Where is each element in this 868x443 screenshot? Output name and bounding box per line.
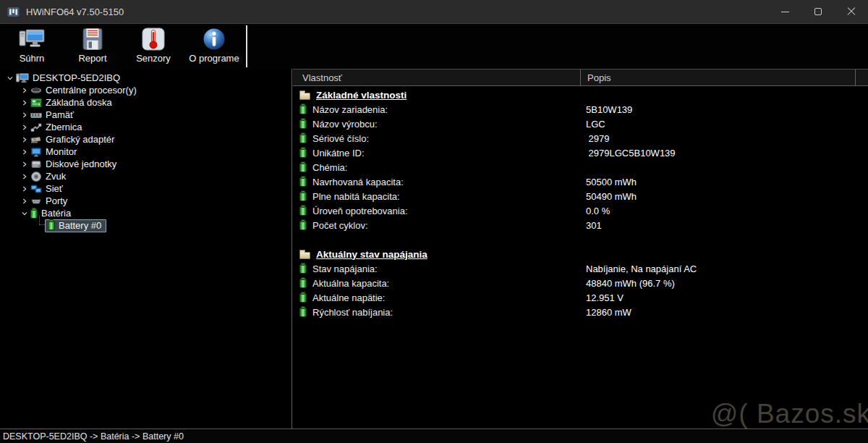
property-value: LGC xyxy=(586,119,605,130)
tree-item-label: Porty xyxy=(46,195,67,206)
battery-icon xyxy=(299,264,307,274)
table-row[interactable]: Aktuálne napätie: 12.951 V xyxy=(293,290,868,305)
tree-item-cpu[interactable]: Centrálne procesor(y) xyxy=(0,84,292,96)
memory-icon xyxy=(30,109,42,121)
table-row[interactable]: Názov zariadenia: 5B10W139 xyxy=(293,102,868,117)
toolbar-separator xyxy=(246,25,247,67)
table-row[interactable]: Sériové číslo: 2979 xyxy=(293,131,868,145)
report-button[interactable]: Report xyxy=(62,24,123,69)
chevron-right-icon[interactable] xyxy=(19,196,30,206)
property-name: Unikátne ID: xyxy=(312,148,365,159)
close-button[interactable] xyxy=(835,0,868,24)
battery-icon xyxy=(30,208,38,219)
folder-icon xyxy=(299,93,310,100)
spacer-row xyxy=(293,232,868,247)
tree-item-gpu[interactable]: Grafický adaptér xyxy=(0,133,292,145)
tree-item-battery-0[interactable]: Battery #0 xyxy=(0,219,292,232)
tree-item-network[interactable]: Sieť xyxy=(0,182,292,195)
disk-icon xyxy=(30,159,42,170)
tree-item-disks[interactable]: Diskové jednotky xyxy=(0,158,292,170)
tree-item-label: Zbernica xyxy=(46,122,82,132)
chevron-right-icon[interactable] xyxy=(19,110,30,120)
property-value: 0.0 % xyxy=(586,206,610,216)
table-row[interactable]: Stav napájania: Nabíjanie, Na napájaní A… xyxy=(293,261,868,276)
chevron-right-icon[interactable] xyxy=(19,98,30,108)
info-about-icon xyxy=(203,28,226,51)
property-value: 12.951 V xyxy=(586,292,624,303)
table-row[interactable]: Rýchlosť nabíjania: 12860 mW xyxy=(293,305,868,319)
section-title: Základné vlastnosti xyxy=(316,90,407,101)
sensors-label: Senzory xyxy=(136,53,171,64)
chevron-right-icon[interactable] xyxy=(19,172,30,182)
battery-icon xyxy=(48,220,55,230)
section-title: Aktuálny stav napájania xyxy=(316,249,427,260)
main-area: DESKTOP-5ED2IBQ Centrálne procesor(y) xyxy=(0,69,868,429)
tree-item-monitor[interactable]: Monitor xyxy=(0,145,292,158)
table-row[interactable]: Úroveň opotrebovania: 0.0 % xyxy=(293,203,868,218)
column-resize-handle[interactable] xyxy=(855,69,856,85)
property-value: 50490 mWh xyxy=(586,191,637,202)
hwinfo-window: { "window": { "title": "HWiNFO64 v7.50-5… xyxy=(0,0,868,443)
property-value: 2979 xyxy=(586,133,610,144)
section-header-row[interactable]: Základné vlastnosti xyxy=(293,88,868,102)
tree-item-ports[interactable]: Porty xyxy=(0,195,292,207)
tree-item-memory[interactable]: Pamäť xyxy=(0,109,292,121)
summary-button[interactable]: Súhrn xyxy=(1,24,62,69)
property-name: Úroveň opotrebovania: xyxy=(312,206,408,216)
tree-item-label: Grafický adaptér xyxy=(46,134,114,145)
battery-icon xyxy=(299,119,307,129)
chevron-right-icon[interactable] xyxy=(19,159,30,169)
sensors-button[interactable]: Senzory xyxy=(123,24,184,69)
window-title: HWiNFO64 v7.50-5150 xyxy=(26,7,124,17)
maximize-icon xyxy=(814,8,822,15)
about-button[interactable]: O programe xyxy=(184,24,244,69)
chevron-right-icon[interactable] xyxy=(19,85,30,96)
chevron-right-icon[interactable] xyxy=(19,122,30,132)
bus-icon xyxy=(30,122,42,133)
property-name: Počet cyklov: xyxy=(312,220,368,231)
column-resize-handle[interactable] xyxy=(580,69,581,85)
toolbar: Súhrn Report Senzory xyxy=(0,24,868,69)
battery-icon xyxy=(299,105,307,114)
minimize-icon xyxy=(781,12,789,12)
tree-item-label: Batéria xyxy=(41,208,71,219)
property-value: 2979LGC5B10W139 xyxy=(586,148,676,159)
chevron-down-icon[interactable] xyxy=(19,208,30,219)
table-row[interactable]: Názov výrobcu: LGC xyxy=(293,117,868,131)
table-row[interactable]: Navrhovaná kapacita: 50500 mWh xyxy=(293,174,868,189)
tree-item-sound[interactable]: Zvuk xyxy=(0,170,292,182)
property-name: Aktuálne napätie: xyxy=(312,292,385,303)
table-row[interactable]: Chémia: xyxy=(293,160,868,174)
section-header-row[interactable]: Aktuálny stav napájania xyxy=(293,247,868,261)
tree-item-bus[interactable]: Zbernica xyxy=(0,121,292,133)
selected-tree-item[interactable]: Battery #0 xyxy=(45,219,106,232)
property-name: Aktuálna kapacita: xyxy=(312,278,389,289)
table-row[interactable]: Aktuálna kapacita: 48840 mWh (96.7 %) xyxy=(293,276,868,290)
table-row[interactable]: Plne nabitá kapacita: 50490 mWh xyxy=(293,189,868,203)
window-controls xyxy=(768,0,868,24)
table-row[interactable]: Počet cyklov: 301 xyxy=(293,218,868,232)
chevron-right-icon[interactable] xyxy=(19,184,30,194)
battery-icon xyxy=(299,221,307,230)
chevron-right-icon[interactable] xyxy=(19,147,30,157)
tree-item-motherboard[interactable]: Základná doska xyxy=(0,96,292,109)
speaker-icon xyxy=(30,171,42,182)
table-body: Základné vlastnosti Názov zariadenia: 5B… xyxy=(293,86,868,319)
computer-icon xyxy=(16,72,29,84)
property-value: 50500 mWh xyxy=(586,177,637,187)
battery-icon xyxy=(299,192,307,201)
column-header-description[interactable]: Popis xyxy=(587,72,611,83)
maximize-button[interactable] xyxy=(801,0,835,24)
device-tree: DESKTOP-5ED2IBQ Centrálne procesor(y) xyxy=(0,69,292,429)
chevron-right-icon[interactable] xyxy=(19,135,30,145)
tree-item-label: Základná doska xyxy=(46,97,112,108)
battery-icon xyxy=(299,206,307,216)
minimize-button[interactable] xyxy=(768,0,801,24)
table-row[interactable]: Unikátne ID: 2979LGC5B10W139 xyxy=(293,145,868,160)
status-path: DESKTOP-5ED2IBQ -> Batéria -> Battery #0 xyxy=(3,431,184,442)
column-header-property[interactable]: Vlastnosť xyxy=(302,72,342,83)
chevron-down-icon[interactable] xyxy=(4,73,16,83)
property-name: Chémia: xyxy=(312,162,347,173)
property-name: Sériové číslo: xyxy=(312,133,369,144)
tree-item-computer[interactable]: DESKTOP-5ED2IBQ xyxy=(0,72,292,84)
